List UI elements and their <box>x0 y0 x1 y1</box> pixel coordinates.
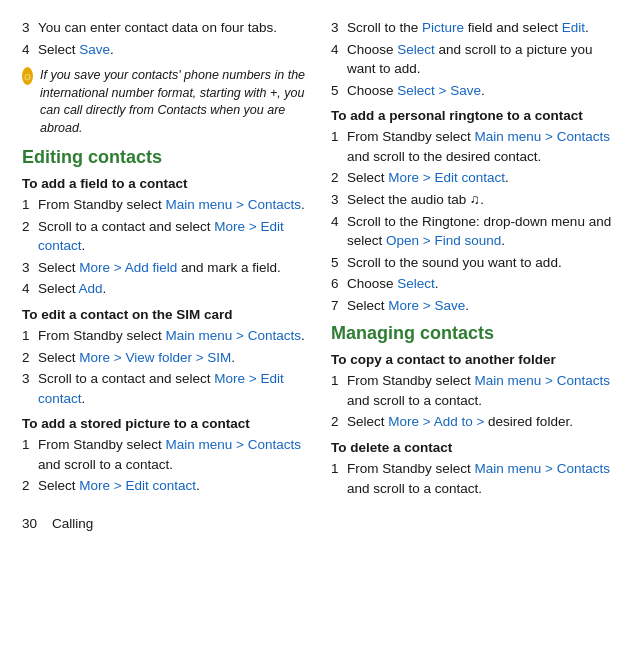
step-text: Scroll to a contact and select More > Ed… <box>38 369 313 408</box>
step-num: 3 <box>331 190 344 210</box>
right-column: 3 Scroll to the Picture field and select… <box>331 18 622 500</box>
ringtone-step-4: 4 Scroll to the Ringtone: drop-down menu… <box>331 212 622 251</box>
ringtone-step-2: 2 Select More > Edit contact. <box>331 168 622 188</box>
step-num: 2 <box>331 412 344 432</box>
step-num: 1 <box>22 435 35 474</box>
step-3-enter: 3 You can enter contact data on four tab… <box>22 18 313 38</box>
step-text: Select More > Edit contact. <box>347 168 509 188</box>
delete-contact-step-1: 1 From Standby select Main menu > Contac… <box>331 459 622 498</box>
add-field-step-4: 4 Select Add. <box>22 279 313 299</box>
music-icon: ♫ <box>470 192 480 207</box>
step-num: 6 <box>331 274 344 294</box>
page-label: Calling <box>52 516 93 531</box>
add-field-step-1: 1 From Standby select Main menu > Contac… <box>22 195 313 215</box>
link-select: Select <box>397 42 435 57</box>
ringtone-step-5: 5 Scroll to the sound you want to add. <box>331 253 622 273</box>
add-pic-step-3: 3 Scroll to the Picture field and select… <box>331 18 622 38</box>
link-mainmenu-contacts-2: Main menu > Contacts <box>166 328 301 343</box>
step-num: 2 <box>22 348 35 368</box>
link-open-find-sound: Open > Find sound <box>386 233 501 248</box>
add-field-step-2: 2 Scroll to a contact and select More > … <box>22 217 313 256</box>
link-select-2: Select <box>397 276 435 291</box>
copy-contact-step-1: 1 From Standby select Main menu > Contac… <box>331 371 622 410</box>
step-text: Select the audio tab ♫. <box>347 190 484 210</box>
step-text: Scroll to the Ringtone: drop-down menu a… <box>347 212 622 251</box>
managing-contacts-heading: Managing contacts <box>331 323 622 344</box>
step-text: From Standby select Main menu > Contacts… <box>38 435 313 474</box>
step-text: From Standby select Main menu > Contacts… <box>38 326 305 346</box>
link-picture: Picture <box>422 20 464 35</box>
step-text: Select More > Add to > desired folder. <box>347 412 573 432</box>
link-add: Add <box>79 281 103 296</box>
step-text: Select More > View folder > SIM. <box>38 348 235 368</box>
step-text: Choose Select. <box>347 274 439 294</box>
sub-heading-ringtone: To add a personal ringtone to a contact <box>331 108 622 123</box>
step-num: 4 <box>22 40 35 60</box>
link-more-edit-2: More > Edit contact <box>38 371 284 406</box>
step-text: Scroll to a contact and select More > Ed… <box>38 217 313 256</box>
step-num: 1 <box>22 195 35 215</box>
link-more-add-to: More > Add to > <box>388 414 484 429</box>
step-num: 3 <box>22 18 35 38</box>
step-text: Select Add. <box>38 279 106 299</box>
sub-heading-add-picture: To add a stored picture to a contact <box>22 416 313 431</box>
step-num: 2 <box>22 476 35 496</box>
step-num: 4 <box>331 40 344 79</box>
step-num: 1 <box>22 326 35 346</box>
step-num: 7 <box>331 296 344 316</box>
step-text: Choose Select > Save. <box>347 81 485 101</box>
link-edit: Edit <box>562 20 585 35</box>
step-text: You can enter contact data on four tabs. <box>38 18 277 38</box>
step-num: 1 <box>331 459 344 498</box>
edit-sim-step-1: 1 From Standby select Main menu > Contac… <box>22 326 313 346</box>
tip-icon: ☼ <box>22 67 33 85</box>
link-more-edit: More > Edit contact <box>38 219 284 254</box>
step-text: Scroll to the Picture field and select E… <box>347 18 589 38</box>
add-pic-step-5: 5 Choose Select > Save. <box>331 81 622 101</box>
step-num: 2 <box>22 217 35 256</box>
ringtone-step-3: 3 Select the audio tab ♫. <box>331 190 622 210</box>
link-more-save: More > Save <box>388 298 465 313</box>
editing-contacts-heading: Editing contacts <box>22 147 313 168</box>
step-text: From Standby select Main menu > Contacts… <box>38 195 305 215</box>
sub-heading-copy-contact: To copy a contact to another folder <box>331 352 622 367</box>
step-text: Select More > Edit contact. <box>38 476 200 496</box>
add-pic-step-4: 4 Choose Select and scroll to a picture … <box>331 40 622 79</box>
copy-contact-step-2: 2 Select More > Add to > desired folder. <box>331 412 622 432</box>
ringtone-step-7: 7 Select More > Save. <box>331 296 622 316</box>
tip-box: ☼ If you save your contacts' phone numbe… <box>22 67 313 137</box>
step-num: 2 <box>331 168 344 188</box>
link-mainmenu-contacts-4: Main menu > Contacts <box>475 129 610 144</box>
link-mainmenu-contacts-6: Main menu > Contacts <box>475 461 610 476</box>
step-num: 3 <box>331 18 344 38</box>
add-pic-step-2: 2 Select More > Edit contact. <box>22 476 313 496</box>
step-num: 4 <box>331 212 344 251</box>
add-field-step-3: 3 Select More > Add field and mark a fie… <box>22 258 313 278</box>
step-text: Scroll to the sound you want to add. <box>347 253 562 273</box>
step-num: 5 <box>331 253 344 273</box>
edit-sim-step-2: 2 Select More > View folder > SIM. <box>22 348 313 368</box>
link-mainmenu-contacts-3: Main menu > Contacts <box>166 437 301 452</box>
footer: 30 Calling <box>22 510 622 531</box>
step-text: From Standby select Main menu > Contacts… <box>347 371 622 410</box>
page-number: 30 <box>22 516 52 531</box>
step-text: Choose Select and scroll to a picture yo… <box>347 40 622 79</box>
link-save: Save <box>79 42 110 57</box>
step-text: From Standby select Main menu > Contacts… <box>347 127 622 166</box>
add-pic-step-1: 1 From Standby select Main menu > Contac… <box>22 435 313 474</box>
sub-heading-add-field: To add a field to a contact <box>22 176 313 191</box>
link-select-save: Select > Save <box>397 83 481 98</box>
left-column: 3 You can enter contact data on four tab… <box>22 18 313 500</box>
tip-text: If you save your contacts' phone numbers… <box>40 67 313 137</box>
link-more-add-field: More > Add field <box>79 260 177 275</box>
step-num: 3 <box>22 258 35 278</box>
sub-heading-edit-sim: To edit a contact on the SIM card <box>22 307 313 322</box>
step-num: 5 <box>331 81 344 101</box>
step-num: 1 <box>331 127 344 166</box>
sub-heading-delete-contact: To delete a contact <box>331 440 622 455</box>
step-num: 3 <box>22 369 35 408</box>
step-num: 4 <box>22 279 35 299</box>
link-more-edit-contact-3: More > Edit contact <box>79 478 196 493</box>
link-more-edit-contact-4: More > Edit contact <box>388 170 505 185</box>
link-mainmenu-contacts-5: Main menu > Contacts <box>475 373 610 388</box>
